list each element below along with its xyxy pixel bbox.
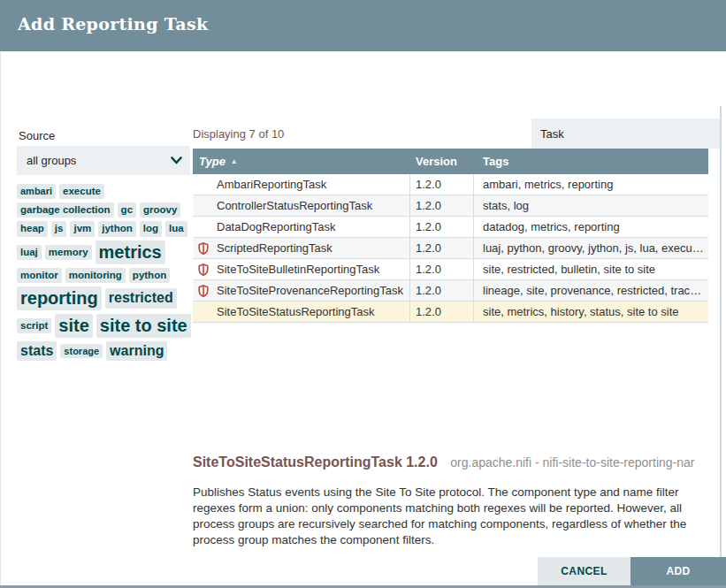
table-row[interactable]: ScriptedReportingTask1.2.0luaj, python, …	[193, 238, 708, 259]
column-header-type-label: Type	[199, 155, 225, 168]
column-header-tags[interactable]: Tags	[474, 155, 708, 168]
dialog-body: Source all groups ambariexecutegarbage c…	[0, 51, 726, 585]
cell-version: 1.2.0	[410, 302, 474, 322]
cell-type: SiteToSiteStatusReportingTask	[193, 302, 410, 322]
cell-type: ScriptedReportingTask	[193, 238, 410, 258]
sort-ascending-icon: ▲	[231, 157, 238, 165]
cell-version: 1.2.0	[410, 280, 474, 301]
cell-type: SiteToSiteProvenanceReportingTask	[193, 280, 410, 301]
selected-task-title: SiteToSiteStatusReportingTask 1.2.0	[193, 454, 438, 470]
tag-chip-storage[interactable]: storage	[60, 344, 103, 359]
table-row[interactable]: SiteToSiteProvenanceReportingTask1.2.0li…	[193, 280, 708, 302]
source-dropdown[interactable]: all groups	[17, 146, 190, 175]
tag-chip-metrics[interactable]: metrics	[96, 241, 165, 264]
task-type-name: DataDogReportingTask	[217, 220, 335, 233]
tag-chip-site-to-site[interactable]: site to site	[96, 314, 191, 338]
task-type-name: AmbariReportingTask	[217, 178, 326, 191]
chevron-down-icon	[171, 157, 182, 164]
tag-chip-script[interactable]: script	[17, 318, 51, 333]
cell-tags: luaj, python, groovy, jython, js, lua, e…	[474, 241, 708, 255]
tag-chip-gc[interactable]: gc	[118, 202, 136, 218]
cell-tags: stats, log	[474, 199, 708, 212]
cell-version: 1.2.0	[410, 217, 474, 237]
table-body: AmbariReportingTask1.2.0ambari, metrics,…	[193, 174, 708, 323]
cell-type: DataDogReportingTask	[193, 217, 410, 237]
filter-input[interactable]	[531, 118, 721, 149]
table-header: Type ▲ Version Tags	[193, 149, 708, 174]
cell-tags: lineage, site, provenance, restricted, t…	[474, 284, 708, 297]
displaying-count: Displaying 7 of 10	[193, 127, 284, 141]
cell-version: 1.2.0	[410, 174, 474, 195]
tag-chip-lua[interactable]: lua	[165, 221, 187, 236]
tag-chip-restricted[interactable]: restricted	[105, 288, 177, 308]
task-type-name: SiteToSiteBulletinReportingTask	[217, 263, 379, 276]
reporting-task-table: Type ▲ Version Tags AmbariReportingTask1…	[193, 149, 708, 323]
restricted-shield-icon	[198, 263, 217, 276]
add-button[interactable]: ADD	[630, 557, 726, 585]
tag-cloud: ambariexecutegarbage collectiongcgroovyh…	[17, 184, 194, 361]
table-row[interactable]: ControllerStatusReportingTask1.2.0stats,…	[193, 195, 708, 217]
selected-task-bundle: org.apache.nifi - nifi-site-to-site-repo…	[450, 455, 694, 470]
tag-chip-execute[interactable]: execute	[59, 184, 104, 199]
cell-type: SiteToSiteBulletinReportingTask	[193, 259, 410, 279]
cell-version: 1.2.0	[410, 259, 474, 279]
dialog-title: Add Reporting Task	[18, 14, 208, 34]
selected-task-description: Publishes Status events using the Site T…	[193, 485, 711, 548]
tag-chip-luaj[interactable]: luaj	[17, 245, 42, 260]
tag-chip-monitoring[interactable]: monitoring	[65, 268, 126, 283]
cell-tags: datadog, metrics, reporting	[474, 220, 708, 233]
task-type-name: ControllerStatusReportingTask	[217, 199, 372, 212]
tag-chip-js[interactable]: js	[51, 221, 67, 236]
cell-type: ControllerStatusReportingTask	[193, 195, 410, 216]
cell-type: AmbariReportingTask	[193, 174, 410, 195]
cell-tags: site, restricted, bulletin, site to site	[474, 263, 708, 276]
add-reporting-task-dialog: Add Reporting Task Source all groups amb…	[0, 0, 726, 588]
table-row[interactable]: DataDogReportingTask1.2.0datadog, metric…	[193, 217, 708, 238]
task-type-name: SiteToSiteProvenanceReportingTask	[217, 284, 403, 297]
table-row[interactable]: SiteToSiteBulletinReportingTask1.2.0site…	[193, 259, 708, 280]
cell-version: 1.2.0	[410, 238, 474, 258]
tag-chip-groovy[interactable]: groovy	[140, 202, 180, 218]
cancel-button[interactable]: CANCEL	[538, 557, 630, 585]
tag-chip-stats[interactable]: stats	[17, 341, 57, 361]
table-row[interactable]: AmbariReportingTask1.2.0ambari, metrics,…	[193, 174, 708, 195]
task-type-name: ScriptedReportingTask	[217, 241, 332, 255]
restricted-shield-icon	[198, 242, 217, 255]
cell-tags: site, metrics, history, status, site to …	[474, 305, 708, 318]
dialog-header: Add Reporting Task	[0, 0, 726, 51]
column-header-version[interactable]: Version	[410, 155, 474, 168]
selected-task-detail: SiteToSiteStatusReportingTask 1.2.0 org.…	[193, 454, 715, 470]
tag-chip-jython[interactable]: jython	[98, 221, 136, 236]
table-row[interactable]: SiteToSiteStatusReportingTask1.2.0site, …	[193, 302, 708, 323]
tag-chip-python[interactable]: python	[129, 268, 170, 283]
source-dropdown-value: all groups	[27, 154, 76, 167]
tag-chip-garbage-collection[interactable]: garbage collection	[17, 202, 114, 218]
cell-version: 1.2.0	[410, 195, 474, 216]
tag-chip-ambari[interactable]: ambari	[17, 184, 56, 199]
source-label: Source	[19, 129, 55, 142]
tag-chip-monitor[interactable]: monitor	[17, 268, 62, 283]
tag-chip-reporting[interactable]: reporting	[17, 286, 102, 310]
tag-chip-warning[interactable]: warning	[106, 341, 167, 361]
tag-chip-log[interactable]: log	[140, 221, 162, 236]
tag-chip-memory[interactable]: memory	[45, 245, 92, 260]
tag-chip-heap[interactable]: heap	[17, 221, 48, 236]
cell-tags: ambari, metrics, reporting	[474, 178, 708, 191]
task-type-name: SiteToSiteStatusReportingTask	[217, 305, 374, 318]
dialog-scrollbar[interactable]	[720, 106, 722, 588]
restricted-shield-icon	[198, 285, 217, 297]
column-header-type[interactable]: Type ▲	[193, 155, 410, 168]
tag-chip-site[interactable]: site	[55, 314, 92, 338]
tag-chip-jvm[interactable]: jvm	[70, 221, 95, 236]
